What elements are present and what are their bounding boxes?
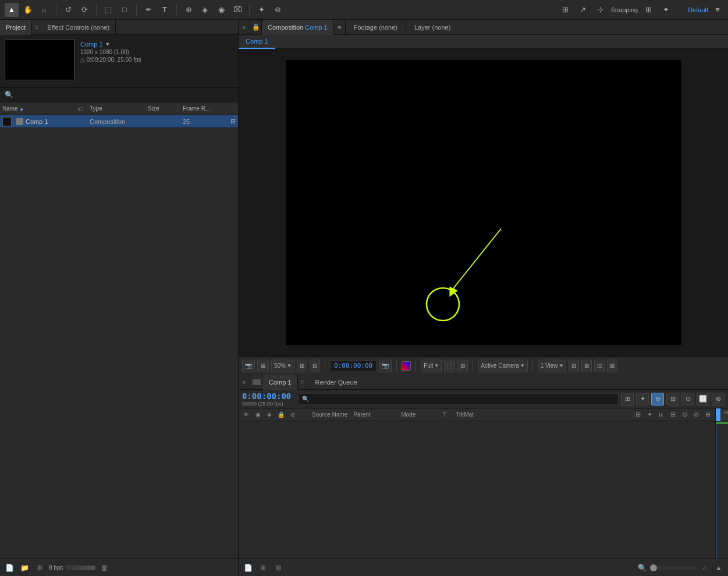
snap-feather-btn[interactable]: ✦ (659, 3, 673, 17)
col-parent: Parent (351, 411, 397, 418)
timeline-zoom-slider[interactable] (650, 566, 697, 570)
snap-options-btn[interactable]: ⊞ (641, 3, 655, 17)
grid-btn[interactable]: ⊹ (594, 3, 608, 17)
comp-view-btn4[interactable]: ⊠ (607, 360, 617, 372)
hand-tool-btn[interactable]: ✋ (21, 3, 35, 17)
grid-overlay-btn[interactable]: ⊟ (310, 360, 320, 372)
camera-rotate-btn[interactable]: ⟳ (77, 3, 91, 17)
tl-icon-5[interactable]: ⊘ (691, 410, 701, 420)
panel-tabs: Project ≡ Effect Controls (none) (0, 20, 238, 35)
new-item-btn[interactable]: 📄 (3, 562, 15, 574)
monitor-btn[interactable]: 🖥 (257, 360, 269, 372)
comp-view-btn3[interactable]: ⊡ (594, 360, 605, 372)
mask-tool-btn[interactable]: ⬚ (101, 3, 115, 17)
timeline-close-btn[interactable]: × (239, 375, 250, 390)
workspace-menu-btn[interactable]: ≡ (712, 4, 723, 16)
active-camera-display[interactable]: Active Camera ▼ (478, 360, 528, 372)
tab-project[interactable]: Project (0, 20, 32, 35)
quality-display[interactable]: Full ▼ (421, 360, 442, 372)
text-tool-btn[interactable]: T (158, 3, 172, 17)
snap-toggle-btn[interactable]: ↗ (576, 3, 590, 17)
undo-btn[interactable]: ↺ (61, 3, 75, 17)
tl-btn-3[interactable]: ⊕ (651, 393, 664, 406)
svg-point-2 (427, 288, 459, 321)
tab-effect-controls[interactable]: Effect Controls (none) (41, 20, 116, 35)
comp-settings-btn[interactable]: ⚙ (34, 562, 45, 574)
tl-icon-4[interactable]: ⊙ (679, 410, 690, 420)
new-folder-btn[interactable]: 📁 (19, 562, 30, 574)
viewer-tab-comp1[interactable]: Comp 1 (239, 35, 275, 49)
view-count-display[interactable]: 1 View ▼ (538, 360, 567, 372)
col-solo-icon[interactable]: ◈ (264, 410, 275, 420)
zoom-slider-thumb (650, 564, 657, 571)
footer-btn-2[interactable]: ⊕ (257, 562, 269, 574)
camera-btn[interactable]: 📷 (379, 360, 392, 372)
comp-view-btn2[interactable]: ⊞ (581, 360, 592, 372)
comp-view-btn1[interactable]: ⊟ (569, 360, 579, 372)
separator-ctrl-5 (532, 360, 533, 372)
footer-btn-1[interactable]: 📄 (242, 562, 254, 574)
footer-navigate-btn[interactable]: ⌂ (699, 562, 711, 574)
project-tab-menu[interactable]: ≡ (32, 20, 41, 35)
eraser-btn[interactable]: ⌧ (230, 3, 244, 17)
timeline-tab-comp1[interactable]: Comp 1 (263, 375, 298, 390)
tl-btn-6[interactable]: ⬜ (697, 393, 709, 406)
comp-timecode[interactable]: 0:00:00:00 (330, 360, 377, 371)
tl-btn-1[interactable]: ⊞ (621, 393, 634, 406)
puppet-pin-btn[interactable]: ✦ (254, 3, 268, 17)
layer-tab[interactable]: Layer (none) (406, 20, 459, 35)
zoom-display[interactable]: 50% ▼ (271, 360, 294, 372)
col-audio-icon[interactable]: ◉ (253, 410, 263, 420)
zoom-tool-btn[interactable]: ⌕ (37, 3, 51, 17)
tl-icon-1[interactable]: ⊞ (633, 410, 643, 420)
left-bottom-bar: 📄 📁 ⚙ 8 bpc 🗑 (0, 559, 238, 576)
render-queue-tab[interactable]: Render Queue (310, 375, 363, 390)
selection-tool-btn[interactable]: ▲ (5, 3, 19, 17)
region-btn[interactable]: ⬚ (444, 360, 455, 372)
footage-tab[interactable]: Footage (none) (346, 20, 406, 35)
tl-icon-6[interactable]: ⊕ (702, 410, 713, 420)
timeline-search-input[interactable] (298, 393, 619, 405)
tl-btn-7[interactable]: ⊗ (712, 393, 725, 406)
fit-btn[interactable]: ⊞ (297, 360, 307, 372)
project-search-input[interactable] (16, 91, 233, 98)
tl-icon-2[interactable]: ✦ (644, 410, 655, 420)
paint-brush-btn[interactable]: ◈ (198, 3, 212, 17)
pen-tool-btn[interactable]: ✒ (141, 3, 155, 17)
col-eye-icon[interactable]: 👁 (241, 410, 251, 420)
delete-btn[interactable]: 🗑 (99, 562, 111, 574)
puppet-starch-btn[interactable]: ⊛ (271, 3, 285, 17)
clone-stamp-btn[interactable]: ◉ (214, 3, 228, 17)
comp-tab-menu-btn[interactable]: ≡ (334, 20, 346, 35)
snapping-icon-btn[interactable]: ⊞ (559, 3, 573, 17)
tl-btn-4[interactable]: ⊞ (666, 393, 679, 406)
comp-panel-close[interactable]: × (239, 20, 250, 35)
tl-layer-area (239, 425, 716, 559)
comp-controls-bar: 📷 🖥 50% ▼ ⊞ ⊟ 0:00:00:00 📷 Full ▼ ⬚ ⊞ Ac… (239, 356, 728, 375)
shape-tool-btn[interactable]: □ (118, 3, 132, 17)
tl-icon-3[interactable]: ⊞ (667, 410, 678, 420)
tl-btn-2[interactable]: ✦ (636, 393, 649, 406)
bpc-label: 8 bpc (49, 564, 63, 571)
preview-dropdown-arrow[interactable]: ▼ (105, 41, 111, 47)
anchor-point-btn[interactable]: ⊕ (182, 3, 196, 17)
color-picker-btn[interactable] (402, 361, 411, 371)
comp-canvas (286, 60, 681, 345)
transparency-btn[interactable]: ⊞ (457, 360, 468, 372)
footer-btn-3[interactable]: ⊞ (272, 562, 284, 574)
tl-btn-5[interactable]: ⊙ (681, 393, 694, 406)
current-time[interactable]: 0:00:00:00 (242, 392, 291, 401)
snapshot-btn[interactable]: 📷 (242, 360, 255, 372)
timeline-tab-menu[interactable]: ≡ (298, 375, 307, 390)
col-lock-icon[interactable]: 🔒 (276, 410, 286, 420)
footer-zoom-btn[interactable]: 🔍 (636, 562, 648, 574)
col-size-header: Size (148, 105, 183, 112)
quality-dropdown-icon: ▼ (434, 363, 439, 368)
project-item-comp1[interactable]: Comp 1 Composition 25 ⊞ (0, 115, 238, 128)
col-frame-header: Frame R... (183, 105, 236, 112)
tl-icon-fx[interactable]: fx (656, 410, 666, 420)
col-shy-icon[interactable]: ⊘ (287, 410, 298, 420)
timeline-header-row: 👁 ◉ ◈ 🔒 ⊘ Source Name Parent Mode T TrkM… (239, 408, 728, 421)
comp-main-tab[interactable]: Composition Comp 1 (262, 20, 334, 35)
footer-nav-2[interactable]: ▲ (713, 562, 725, 574)
